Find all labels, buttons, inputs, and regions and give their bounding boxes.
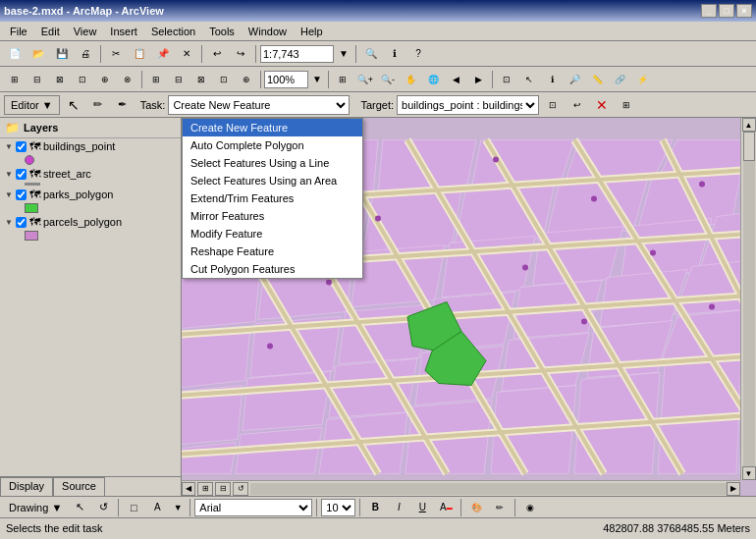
zoom-in-btn[interactable]: 🔍+ [354, 70, 376, 89]
paste-button[interactable]: 📌 [152, 44, 174, 64]
vertical-scrollbar[interactable]: ▲ ▼ [740, 118, 756, 480]
layer-item-parks[interactable]: ▼ 🗺 parks_polygon [0, 187, 181, 202]
fill-color-btn[interactable]: 🎨 [465, 498, 487, 517]
map-nav-btn1[interactable]: ⊞ [197, 482, 213, 496]
tb2-btn4[interactable]: ⊡ [72, 70, 93, 89]
cursor-tool-btn[interactable]: ↖ [69, 498, 90, 517]
copy-button[interactable]: 📋 [129, 44, 150, 64]
tb2-btn8[interactable]: ⊟ [168, 70, 189, 89]
editor-dropdown-btn[interactable]: Editor ▼ [4, 95, 60, 115]
tb2-btn9[interactable]: ⊠ [190, 70, 212, 89]
fwd-btn[interactable]: ▶ [467, 70, 489, 89]
tb2-btn10[interactable]: ⊡ [213, 70, 235, 89]
print-button[interactable]: 🖨 [75, 44, 96, 64]
editor-extra-btn2[interactable]: ↩ [567, 95, 588, 115]
tab-source[interactable]: Source [53, 477, 105, 496]
scale-dropdown-btn[interactable]: ▼ [336, 44, 351, 64]
menu-tools[interactable]: Tools [203, 24, 241, 39]
globe-btn[interactable]: 🌐 [422, 70, 444, 89]
map-nav-btn2[interactable]: ⊟ [215, 482, 231, 496]
layer-checkbox-parcels[interactable] [16, 217, 27, 228]
select-btn[interactable]: ⊡ [496, 70, 517, 89]
edit-tool-btn[interactable]: ↖ [63, 95, 84, 115]
cut-button[interactable]: ✂ [105, 44, 127, 64]
dropdown-item-1[interactable]: Auto Complete Polygon [183, 136, 362, 154]
tb2-btn3[interactable]: ⊠ [49, 70, 71, 89]
scroll-up-btn[interactable]: ▲ [742, 118, 756, 132]
zoom-pct-dropdown[interactable]: ▼ [309, 70, 325, 89]
layer-item-parcels[interactable]: ▼ 🗺 parcels_polygon [0, 214, 181, 230]
close-button[interactable]: × [736, 4, 752, 18]
scroll-left-btn[interactable]: ◀ [182, 482, 195, 496]
target-dropdown[interactable]: buildings_point : buildings_poin... [397, 95, 539, 115]
layer-item-street[interactable]: ▼ 🗺 street_arc [0, 166, 181, 182]
menu-view[interactable]: View [68, 24, 103, 39]
identify2-btn[interactable]: ℹ [541, 70, 563, 89]
layer-checkbox-buildings[interactable] [16, 141, 27, 152]
tab-display[interactable]: Display [0, 477, 53, 496]
layer-checkbox-parks[interactable] [16, 189, 27, 200]
font-select[interactable]: Arial [194, 499, 312, 516]
save-button[interactable]: 💾 [51, 44, 73, 64]
help-btn[interactable]: ? [407, 44, 429, 64]
dropdown-item-3[interactable]: Select Features Using an Area [183, 172, 362, 189]
menu-window[interactable]: Window [243, 24, 293, 39]
italic-btn[interactable]: I [388, 498, 409, 517]
flash-btn[interactable]: ⚡ [631, 70, 653, 89]
dropdown-item-6[interactable]: Modify Feature [183, 225, 362, 243]
redo-button[interactable]: ↪ [230, 44, 251, 64]
tb2-btn7[interactable]: ⊞ [145, 70, 167, 89]
underline-btn[interactable]: U [411, 498, 433, 517]
editor-extra-btn3[interactable]: ✕ [591, 95, 613, 115]
text-btn[interactable]: A [146, 498, 168, 517]
menu-file[interactable]: File [4, 24, 33, 39]
menu-selection[interactable]: Selection [145, 24, 201, 39]
menu-help[interactable]: Help [295, 24, 329, 39]
horizontal-scrollbar[interactable]: ◀ ⊞ ⊟ ↺ ▶ [182, 480, 740, 496]
dropdown-item-7[interactable]: Reshape Feature [183, 243, 362, 260]
tb2-btn11[interactable]: ⊕ [236, 70, 257, 89]
full-extent-btn[interactable]: ⊞ [332, 70, 353, 89]
pan-btn[interactable]: ✋ [400, 70, 421, 89]
rect-btn[interactable]: □ [123, 498, 144, 517]
scroll-down-btn[interactable]: ▼ [742, 466, 756, 480]
tb2-btn1[interactable]: ⊞ [4, 70, 26, 89]
tb2-btn2[interactable]: ⊟ [27, 70, 48, 89]
line-color-btn[interactable]: ✏ [489, 498, 511, 517]
zoom-out-btn[interactable]: 🔍- [377, 70, 399, 89]
bold-btn[interactable]: B [364, 498, 386, 517]
scroll-thumb-v[interactable] [743, 132, 755, 161]
tb2-btn5[interactable]: ⊕ [94, 70, 116, 89]
rotate-btn[interactable]: ↺ [92, 498, 114, 517]
zoom-in-map-btn[interactable]: 🔍 [360, 44, 382, 64]
dropdown-item-0[interactable]: Create New Feature [183, 119, 362, 136]
menu-edit[interactable]: Edit [35, 24, 66, 39]
map-area[interactable]: Create New Feature Auto Complete Polygon… [182, 118, 756, 496]
dropdown-item-4[interactable]: Extend/Trim Features [183, 189, 362, 207]
editor-extra-btn4[interactable]: ⊞ [616, 95, 637, 115]
layer-checkbox-street[interactable] [16, 169, 27, 180]
delete-button[interactable]: ✕ [176, 44, 197, 64]
minimize-button[interactable]: _ [701, 4, 717, 18]
open-button[interactable]: 📂 [27, 44, 49, 64]
hyperlink-btn[interactable]: 🔗 [609, 70, 630, 89]
maximize-button[interactable]: □ [719, 4, 734, 18]
identify-btn[interactable]: ℹ [384, 44, 405, 64]
cursor-btn[interactable]: ↖ [518, 70, 540, 89]
text-dropdown-btn[interactable]: ▼ [170, 498, 186, 517]
zoom-pct-input[interactable] [264, 71, 308, 88]
back-btn[interactable]: ◀ [445, 70, 466, 89]
layer-item-buildings[interactable]: ▼ 🗺 buildings_point [0, 138, 181, 154]
task-dropdown[interactable]: Create New Feature [168, 95, 350, 115]
font-color-btn[interactable]: A▬ [435, 498, 457, 517]
scale-input[interactable] [260, 45, 334, 63]
tb2-btn6[interactable]: ⊗ [117, 70, 138, 89]
dropdown-item-2[interactable]: Select Features Using a Line [183, 154, 362, 172]
shadow-btn[interactable]: ◉ [519, 498, 541, 517]
undo-button[interactable]: ↩ [206, 44, 228, 64]
dropdown-item-8[interactable]: Cut Polygon Features [183, 260, 362, 278]
new-button[interactable]: 📄 [4, 44, 26, 64]
dropdown-item-5[interactable]: Mirror Features [183, 207, 362, 225]
sketch-tool-btn[interactable]: ✏ [87, 95, 109, 115]
find-btn[interactable]: 🔎 [564, 70, 585, 89]
